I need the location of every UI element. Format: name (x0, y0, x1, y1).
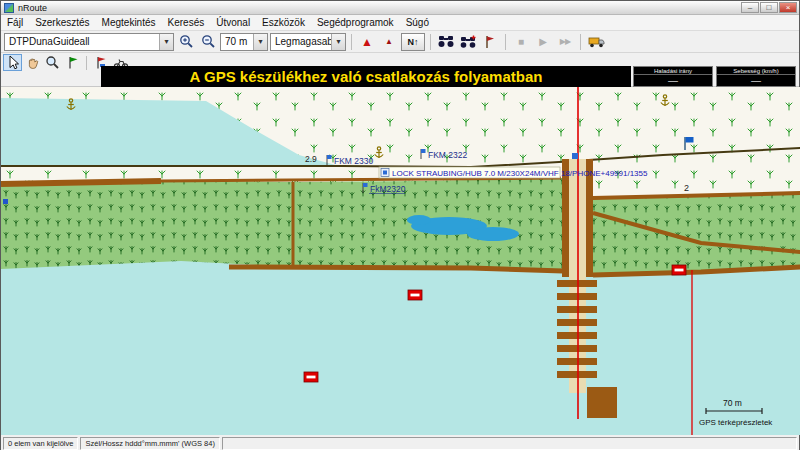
chevron-down-icon: ▾ (331, 34, 345, 50)
no-entry-sign-icon (304, 372, 318, 382)
find-button[interactable] (436, 32, 456, 52)
speed-panel-label: Sebesség (km/h) (717, 67, 795, 75)
red-triangle-icon: ▲ (361, 36, 373, 48)
minimize-button[interactable]: – (741, 2, 759, 13)
label-km-2330: FKM 2330 (334, 156, 373, 166)
label-scale-value: 70 m (723, 398, 742, 408)
zoom-out-icon (201, 34, 216, 49)
heading-panel: Haladási irány — (633, 66, 713, 87)
speed-panel-value: — (717, 75, 795, 86)
map-vegetation-right (593, 192, 800, 275)
window-title: nRoute (18, 3, 740, 13)
secondary-toolbar-row: A GPS készülékhez való csatlakozás folya… (1, 53, 799, 87)
blue-marker-icon (3, 199, 8, 204)
status-bar: 0 elem van kijelölve Szél/Hossz hddd°mm.… (1, 435, 799, 450)
title-bar: nRoute – □ × (1, 1, 799, 15)
play-navigation-button[interactable]: ▶ (533, 32, 553, 52)
vehicle-button[interactable] (586, 32, 606, 52)
marker-km-2322: FKM 2322 (421, 149, 467, 160)
maximize-button[interactable]: □ (760, 2, 778, 13)
zoom-tool-button[interactable] (43, 54, 62, 71)
status-spacer (222, 437, 797, 450)
label-lock-info: LOCK STRAUBING/HUB 7.0 M/230X24M/VHF 18/… (392, 169, 648, 178)
label-scale-caption: GPS térképrészletek (699, 418, 773, 427)
menu-bar: Fájl Szerkesztés Megtekintés Keresés Útv… (1, 15, 799, 31)
magnifier-icon (45, 55, 60, 70)
map-select-value: DTPDunaGuideall (5, 34, 159, 50)
fast-forward-icon: ▶▶ (560, 38, 570, 46)
zoom-in-button[interactable] (176, 32, 196, 52)
marker-km-2330: FKM 2330 (327, 155, 373, 166)
gps-status-banner: A GPS készülékhez való csatlakozás folya… (101, 66, 631, 87)
no-entry-sign-icon (408, 290, 422, 300)
flag-icon (483, 35, 497, 49)
heading-panel-label: Haladási irány (634, 67, 712, 75)
waypoint-button[interactable] (480, 32, 500, 52)
toolbar-separator (580, 34, 581, 50)
close-button[interactable]: × (779, 2, 797, 13)
chevron-down-icon: ▾ (159, 34, 173, 50)
hand-icon (25, 55, 40, 70)
no-entry-sign-icon (672, 265, 686, 275)
nroute-window: nRoute – □ × Fájl Szerkesztés Megtekinté… (0, 0, 800, 450)
selection-status: 0 elem van kijelölve (3, 437, 78, 450)
measure-tool-button[interactable] (63, 54, 82, 71)
fast-forward-button[interactable]: ▶▶ (555, 32, 575, 52)
map-area: 2.9 FKM 2330 FKM 2322 LOCK STRAUBING/HUB… (1, 87, 799, 435)
pan-tool-button[interactable] (23, 54, 42, 71)
select-tool-button[interactable] (3, 54, 22, 71)
menu-file[interactable]: Fájl (1, 16, 29, 29)
zoom-out-button[interactable] (198, 32, 218, 52)
tools-separator (86, 56, 87, 70)
menu-view[interactable]: Megtekintés (96, 16, 162, 29)
toolbar-separator (505, 34, 506, 50)
zoom-in-icon (179, 34, 194, 49)
menu-route[interactable]: Útvonal (210, 16, 256, 29)
truck-icon (588, 35, 605, 48)
binoculars-icon (438, 35, 454, 48)
label-depth-b: 2 (684, 183, 689, 193)
menu-edit[interactable]: Szerkesztés (29, 16, 95, 29)
speed-panel: Sebesség (km/h) — (716, 66, 796, 87)
heading-panel-value: — (634, 75, 712, 86)
pointer-marker-button[interactable]: ▲ (357, 32, 377, 52)
north-up-button[interactable]: N↑ (401, 33, 425, 51)
chevron-down-icon: ▾ (253, 34, 267, 50)
flag-tool-icon (66, 55, 80, 70)
marker-lock-info: LOCK STRAUBING/HUB 7.0 M/230X24M/VHF 18/… (379, 167, 648, 178)
lock-badge-icon (572, 153, 578, 159)
menu-tools[interactable]: Eszközök (256, 16, 311, 29)
scale-select-value: 70 m (221, 34, 253, 50)
label-depth-a: 2.9 (305, 154, 317, 164)
marker-km-2320: FkM2320 (363, 183, 406, 194)
map-select[interactable]: DTPDunaGuideall ▾ (4, 33, 174, 51)
menu-help[interactable]: Súgó (400, 16, 435, 29)
main-toolbar: DTPDunaGuideall ▾ 70 m ▾ Legmagasabb ▾ (1, 31, 799, 53)
stop-navigation-button[interactable]: ■ (511, 32, 531, 52)
coordinate-format-status: Szél/Hossz hddd°mm.mmm' (WGS 84) (80, 437, 219, 450)
play-icon: ▶ (539, 37, 547, 47)
label-km-2322: FKM 2322 (428, 150, 467, 160)
scale-select[interactable]: 70 m ▾ (220, 33, 268, 51)
info-panels: Haladási irány — Sebesség (km/h) — (633, 66, 796, 87)
toolbar-separator (430, 34, 431, 50)
detail-select[interactable]: Legmagasabb ▾ (270, 33, 346, 51)
map-canvas[interactable]: 2.9 FKM 2330 FKM 2322 LOCK STRAUBING/HUB… (1, 87, 800, 435)
menu-utilities[interactable]: Segédprogramok (311, 16, 400, 29)
small-red-triangle-icon: ▲ (385, 38, 393, 46)
label-km-2320: FkM2320 (370, 184, 406, 194)
binoculars-plus-icon (460, 35, 476, 48)
find-nearest-button[interactable] (458, 32, 478, 52)
stop-icon: ■ (518, 37, 524, 47)
menu-find[interactable]: Keresés (162, 16, 211, 29)
cursor-icon (6, 55, 20, 70)
app-icon (4, 3, 14, 13)
small-marker-button[interactable]: ▲ (379, 32, 399, 52)
detail-select-value: Legmagasabb (271, 34, 331, 50)
toolbar-separator (351, 34, 352, 50)
